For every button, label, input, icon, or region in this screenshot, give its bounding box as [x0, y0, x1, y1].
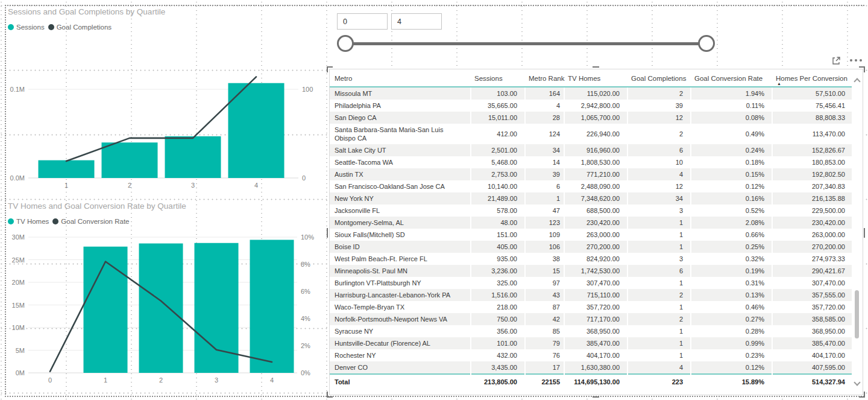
value-cell: 4 — [525, 100, 564, 112]
table-row[interactable]: Minneapolis-St. Paul MN3,236.00151,742,5… — [330, 265, 852, 277]
column-header-sessions[interactable]: Sessions — [471, 69, 525, 87]
value-cell: 97 — [525, 277, 564, 289]
slicer-max-input[interactable] — [391, 13, 442, 30]
table-row[interactable]: Burlington VT-Plattsburgh NY325.0097307,… — [330, 277, 852, 289]
value-cell: 0.27% — [691, 313, 772, 325]
table-row[interactable]: Philadelphia PA35,665.0042,942,800.00390… — [330, 100, 852, 112]
table-row[interactable]: New York NY21,489.0017,348,620.00340.16%… — [330, 192, 852, 205]
svg-text:0M: 0M — [16, 369, 25, 376]
column-header-goal-conversion-rate[interactable]: Goal Conversion Rate — [691, 69, 772, 87]
table-row[interactable]: Huntsville-Decatur (Florence) AL101.0079… — [330, 337, 852, 349]
selection-handle-top-right[interactable] — [859, 66, 865, 72]
svg-text:5M: 5M — [16, 347, 25, 354]
table-row[interactable]: Boise ID405.00106270,200.0010.25%270,200… — [330, 241, 852, 253]
value-cell: 216,135.88 — [772, 192, 852, 205]
selection-handle-bottom-left[interactable] — [327, 392, 333, 398]
selection-handle-top-middle[interactable] — [593, 66, 599, 68]
value-cell: 750.00 — [471, 313, 525, 325]
table-row[interactable]: Norfolk-Portsmouth-Newport News VA750.00… — [330, 313, 852, 325]
svg-text:30M: 30M — [12, 233, 25, 241]
chart-plot-area[interactable]: 0.0M0.1M01001234 — [3, 5, 326, 198]
selection-handle-left-middle[interactable] — [327, 228, 328, 238]
table-scrollbar[interactable] — [852, 69, 863, 395]
value-cell: 407,595.00 — [772, 361, 852, 374]
total-label: Total — [330, 374, 471, 389]
metro-cell: San Diego CA — [330, 112, 471, 124]
value-cell: 307,470.00 — [772, 277, 852, 289]
metro-cell: Austin TX — [330, 168, 471, 180]
slider-track[interactable] — [345, 42, 706, 45]
table-row[interactable]: Jacksonville FL578.0047688,500.0030.52%2… — [330, 205, 852, 217]
scrollbar-thumb[interactable] — [855, 290, 859, 338]
value-cell: 75,456.41 — [772, 100, 852, 112]
metro-cell: Huntsville-Decatur (Florence) AL — [330, 337, 471, 349]
svg-text:3: 3 — [215, 376, 218, 384]
value-cell: 39 — [525, 168, 564, 180]
chevron-up-icon[interactable] — [854, 78, 860, 84]
table-row[interactable]: Rochester NY432.0076404,170.0010.23%404,… — [330, 349, 852, 361]
selection-handle-bottom-right[interactable] — [859, 392, 865, 398]
slider-handle-left[interactable] — [337, 35, 354, 52]
table-row[interactable]: Missoula MT103.00164115,020.0021.94%57,5… — [330, 87, 852, 100]
value-cell: 3,236.00 — [471, 265, 525, 277]
value-cell: 2,488,090.00 — [564, 180, 627, 192]
svg-text:4: 4 — [254, 182, 258, 189]
table-row[interactable]: Sioux Falls(Mitchell) SD151.00109263,000… — [330, 229, 852, 241]
value-cell: 3,435.00 — [471, 361, 525, 374]
table-row[interactable]: Santa Barbara-Santa Maria-San Luis Obisp… — [330, 124, 852, 144]
table-row[interactable]: Harrisburg-Lancaster-Lebanon-York PA1,51… — [330, 289, 852, 301]
slicer-min-input[interactable] — [337, 13, 388, 30]
metro-cell: Santa Barbara-Santa Maria-San Luis Obisp… — [330, 124, 471, 144]
column-header-homes-per-conversion[interactable]: Homes Per Conversion▲ — [772, 69, 852, 87]
metro-cell: Waco-Temple-Bryan TX — [330, 301, 471, 313]
chevron-down-icon[interactable] — [854, 379, 860, 386]
selection-handle-right-middle[interactable] — [864, 228, 865, 238]
table-row[interactable]: San Francisco-Oakland-San Jose CA10,140.… — [330, 180, 852, 192]
value-cell: 79 — [525, 337, 564, 349]
table-row[interactable]: Denver CO3,435.00171,630,380.0040.12%407… — [330, 361, 852, 374]
chart-plot-area[interactable]: 0M5M10M15M20M25M30M0%2%4%6%8%10%01234 — [3, 199, 326, 397]
column-header-metro-rank[interactable]: Metro Rank — [525, 69, 564, 87]
value-cell: 368,950.00 — [564, 325, 627, 337]
selection-handle-bottom-middle[interactable] — [593, 396, 599, 398]
more-options-icon[interactable] — [850, 59, 862, 62]
value-cell: 1,808,530.00 — [564, 156, 627, 168]
value-cell: 21,489.00 — [471, 192, 525, 205]
value-cell: 715,110.00 — [564, 289, 627, 301]
total-value-cell: 213,805.00 — [471, 374, 525, 389]
value-cell: 7,348,620.00 — [564, 192, 627, 205]
value-cell: 28 — [525, 112, 564, 124]
table-row[interactable]: Austin TX2,753.0039771,210.0040.15%192,8… — [330, 168, 852, 180]
value-cell: 2,942,800.00 — [564, 100, 627, 112]
metro-cell: Sioux Falls(Mitchell) SD — [330, 229, 471, 241]
metro-table: MetroSessionsMetro RankTV HomesGoal Comp… — [330, 69, 852, 389]
selection-handle-top-left[interactable] — [327, 66, 333, 72]
table-row[interactable]: Seattle-Tacoma WA5,468.00141,808,530.001… — [330, 156, 852, 168]
total-value-cell: 22155 — [525, 374, 564, 389]
table-row[interactable]: San Diego CA15,011.00281,065,700.00120.0… — [330, 112, 852, 124]
table-row[interactable]: Syracuse NY356.0085368,950.0010.28%368,9… — [330, 325, 852, 337]
table-row[interactable]: West Palm Beach-Ft. Pierce FL935.0038824… — [330, 253, 852, 265]
metro-cell: Seattle-Tacoma WA — [330, 156, 471, 168]
slider-handle-right[interactable] — [698, 35, 715, 52]
metro-cell: Missoula MT — [330, 87, 471, 100]
focus-mode-icon[interactable] — [831, 56, 841, 66]
table-row[interactable]: Salt Lake City UT2,501.0034916,960.0060.… — [330, 144, 852, 156]
value-cell: 106 — [525, 241, 564, 253]
table-row[interactable]: Montgomery-Selma, AL48.00123230,420.0012… — [330, 217, 852, 229]
svg-text:1: 1 — [104, 376, 107, 384]
table-row[interactable]: Waco-Temple-Bryan TX218.0087357,720.0010… — [330, 301, 852, 313]
value-cell: 47 — [525, 205, 564, 217]
value-cell: 226,940.00 — [564, 124, 627, 144]
value-cell: 12 — [627, 180, 691, 192]
value-cell: 0.46% — [691, 301, 772, 313]
column-header-metro[interactable]: Metro — [330, 69, 471, 87]
column-header-tv-homes[interactable]: TV Homes — [564, 69, 627, 87]
svg-text:1: 1 — [64, 182, 68, 189]
value-cell: 4 — [627, 361, 691, 374]
value-cell: 1,630,380.00 — [564, 361, 627, 374]
value-cell: 35,665.00 — [471, 100, 525, 112]
column-header-goal-completions[interactable]: Goal Completions — [627, 69, 691, 87]
value-cell: 1 — [627, 217, 691, 229]
value-cell: 432.00 — [471, 349, 525, 361]
